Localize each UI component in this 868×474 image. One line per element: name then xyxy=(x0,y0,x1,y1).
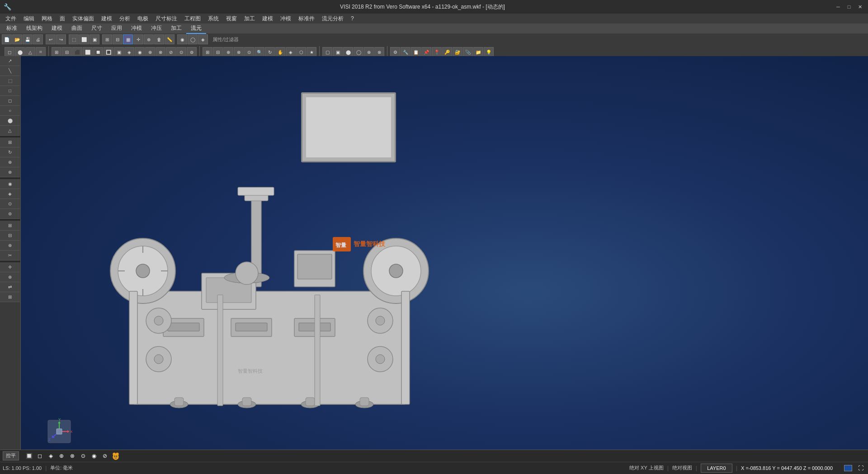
tb-new[interactable]: 📄 xyxy=(2,34,12,44)
tab-apply[interactable]: 应用 xyxy=(107,24,127,34)
menu-stamping[interactable]: 冲模 xyxy=(277,14,295,24)
menu-machining[interactable]: 加工 xyxy=(241,14,259,24)
tb-view-fit[interactable]: ⊙ xyxy=(244,47,254,57)
tb-sys-4[interactable]: 📌 xyxy=(421,47,431,57)
tb-active-layer[interactable]: ▦ xyxy=(123,34,133,44)
tb-img-1[interactable]: ⊞ xyxy=(52,47,61,57)
tb-wp-2[interactable]: ▣ xyxy=(333,47,343,57)
sb-icon-3[interactable]: ◈ xyxy=(46,451,55,460)
tb-sys-2[interactable]: 🔧 xyxy=(401,47,410,57)
menu-flow[interactable]: 流元分析 xyxy=(318,14,347,24)
menu-modeling[interactable]: 建模 xyxy=(259,14,277,24)
tb-print[interactable]: 🖨 xyxy=(33,34,43,44)
tab-wireframe[interactable]: 线架构 xyxy=(22,24,47,34)
tb-img-8[interactable]: ◈ xyxy=(124,47,134,57)
menu-system[interactable]: 系统 xyxy=(204,14,222,24)
close-button[interactable]: ✕ xyxy=(855,3,864,11)
lp-loft[interactable]: ⊗ xyxy=(0,167,20,177)
sb-icon-8[interactable]: ⊘ xyxy=(100,451,109,460)
tb-img-7[interactable]: ▣ xyxy=(114,47,124,57)
tab-press[interactable]: 冲压 xyxy=(146,24,166,34)
tb-view-right[interactable]: ⊕ xyxy=(223,47,233,57)
menu-solid[interactable]: 实体偏面 xyxy=(69,14,98,24)
lp-cylinder[interactable]: ⬤ xyxy=(0,116,20,126)
tb-undo[interactable]: ↩ xyxy=(46,34,56,44)
lp-line[interactable]: ╲ xyxy=(0,66,20,76)
tb-sys-7[interactable]: 🔐 xyxy=(453,47,462,57)
tb-view-render[interactable]: ★ xyxy=(307,47,316,57)
menu-standard[interactable]: 标准件 xyxy=(295,14,318,24)
tb-copy[interactable]: ⊕ xyxy=(144,34,154,44)
lp-chamfer[interactable]: ◈ xyxy=(0,189,20,199)
lp-move[interactable]: ✛ xyxy=(0,262,20,272)
tb-layer[interactable]: ⊞ xyxy=(102,34,112,44)
tab-surface[interactable]: 曲面 xyxy=(67,24,87,34)
tb-shape-3[interactable]: △ xyxy=(25,47,35,57)
viewport[interactable]: 智量智科技 智量 智量智科技 xyxy=(21,56,868,450)
lp-boolean-add[interactable]: ⊞ xyxy=(0,221,20,231)
tb-wp-6[interactable]: ⊗ xyxy=(374,47,384,57)
maximize-button[interactable]: □ xyxy=(844,3,854,11)
tb-wp-4[interactable]: ◯ xyxy=(354,47,363,57)
tb-img-10[interactable]: ⊕ xyxy=(145,47,155,57)
sb-control-button[interactable]: 控平 xyxy=(3,451,19,460)
lp-revolve[interactable]: ↻ xyxy=(0,147,20,157)
lp-mirror[interactable]: ⇄ xyxy=(0,282,20,292)
tb-open[interactable]: 📂 xyxy=(12,34,22,44)
menu-build[interactable]: 建模 xyxy=(98,14,116,24)
tb-img-13[interactable]: ⊙ xyxy=(176,47,186,57)
menu-dimension[interactable]: 尺寸标注 xyxy=(152,14,181,24)
sb-icon-6[interactable]: ⊙ xyxy=(79,451,88,460)
lp-rect[interactable]: ⬚ xyxy=(0,76,20,86)
tb-img-6[interactable]: 🔳 xyxy=(104,47,113,57)
tb-wp-1[interactable]: ▢ xyxy=(322,47,332,57)
tb-shape-4[interactable]: ⌗ xyxy=(36,47,46,57)
tb-select[interactable]: ⬚ xyxy=(69,34,79,44)
tb-attr3[interactable]: ◈ xyxy=(198,34,208,44)
tb-img-4[interactable]: ⬜ xyxy=(83,47,93,57)
lp-sphere[interactable]: ○ xyxy=(0,106,20,116)
lp-cone[interactable]: △ xyxy=(0,126,20,136)
lp-copy[interactable]: ⊕ xyxy=(0,272,20,282)
tb-shape-1[interactable]: ◻ xyxy=(5,47,14,57)
tb-box-select[interactable]: ⬜ xyxy=(79,34,89,44)
lp-3dbox[interactable]: ◻ xyxy=(0,96,20,106)
lp-split[interactable]: ✂ xyxy=(0,251,20,261)
sb-color-icon[interactable] xyxy=(844,464,853,473)
tb-sys-6[interactable]: 🔑 xyxy=(442,47,452,57)
tab-machine[interactable]: 加工 xyxy=(166,24,186,34)
tb-view-wire[interactable]: ⬡ xyxy=(296,47,306,57)
menu-edit[interactable]: 编辑 xyxy=(20,14,38,24)
sb-icon-5[interactable]: ⊗ xyxy=(68,451,77,460)
menu-view[interactable]: 视窗 xyxy=(222,14,241,24)
lp-extrude[interactable]: ⊞ xyxy=(0,137,20,147)
lp-boolean-sub[interactable]: ⊟ xyxy=(0,231,20,241)
lp-shell[interactable]: ⊙ xyxy=(0,199,20,209)
menu-drawing[interactable]: 工程图 xyxy=(181,14,204,24)
tab-flow[interactable]: 流元 xyxy=(186,24,206,34)
lp-box[interactable]: □ xyxy=(0,86,20,96)
tb-view-shade[interactable]: ◈ xyxy=(286,47,296,57)
menu-electrode[interactable]: 电极 xyxy=(134,14,152,24)
tb-view-front[interactable]: ⊞ xyxy=(203,47,212,57)
tb-attr2[interactable]: ◯ xyxy=(188,34,198,44)
menu-file[interactable]: 文件 xyxy=(2,14,20,24)
tb-view-pan[interactable]: ✋ xyxy=(275,47,285,57)
sb-icon-7[interactable]: ◉ xyxy=(90,451,99,460)
tb-img-9[interactable]: ◉ xyxy=(135,47,145,57)
tb-sys-8[interactable]: 📎 xyxy=(463,47,473,57)
tb-attr1[interactable]: ◉ xyxy=(177,34,187,44)
tb-sys-3[interactable]: 📋 xyxy=(411,47,421,57)
tb-img-14[interactable]: ⊚ xyxy=(187,47,197,57)
menu-grid[interactable]: 网格 xyxy=(38,14,56,24)
tb-measure[interactable]: 📏 xyxy=(165,34,175,44)
tb-view-iso[interactable]: ⊗ xyxy=(234,47,244,57)
menu-face[interactable]: 面 xyxy=(56,14,69,24)
lp-pattern[interactable]: ⊞ xyxy=(0,292,20,302)
tb-sys-5[interactable]: 📍 xyxy=(432,47,442,57)
tb-filter[interactable]: ▣ xyxy=(90,34,99,44)
sb-icon-2[interactable]: ◻ xyxy=(35,451,44,460)
tb-delete[interactable]: 🗑 xyxy=(154,34,164,44)
sb-icon-1[interactable]: 🔲 xyxy=(24,451,33,460)
tb-img-11[interactable]: ⊗ xyxy=(156,47,165,57)
